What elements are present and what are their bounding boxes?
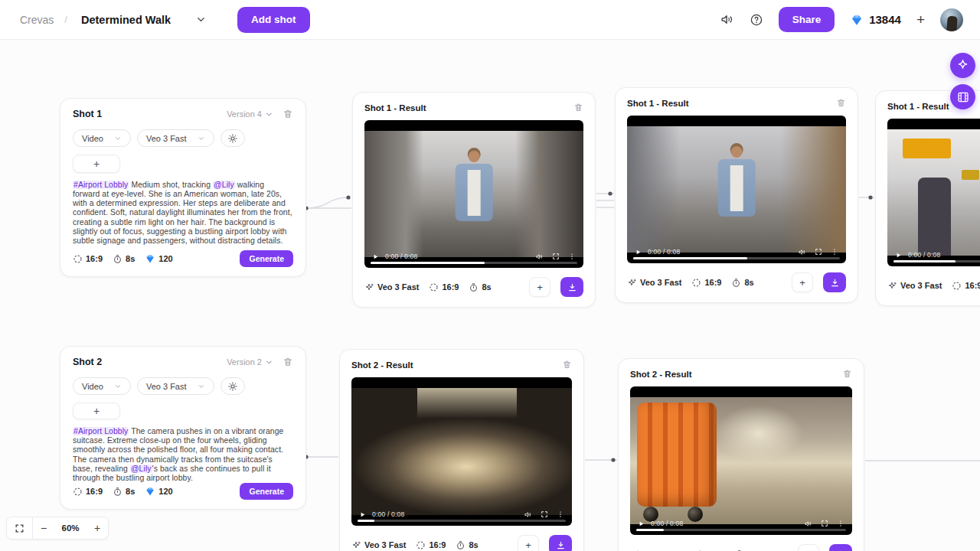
ai-sparkle-icon bbox=[627, 278, 637, 288]
download-button[interactable] bbox=[829, 544, 852, 551]
timeline-button[interactable] bbox=[950, 84, 975, 109]
breadcrumb-project[interactable]: Crevas bbox=[20, 14, 54, 26]
type-select[interactable]: Video bbox=[73, 129, 131, 147]
add-to-shot-button[interactable]: + bbox=[518, 535, 539, 551]
version-dropdown[interactable]: Version 2 bbox=[227, 357, 273, 367]
video-player[interactable]: 0:00 / 0:08 bbox=[627, 116, 846, 263]
video-player[interactable]: 0:00 / 0:08 bbox=[887, 119, 980, 266]
video-progress-bar[interactable] bbox=[358, 520, 566, 522]
shot-card-2: Shot 2 Version 2 Video Veo 3 Fast bbox=[60, 346, 306, 510]
ai-assistant-button[interactable] bbox=[950, 53, 975, 78]
more-options-icon[interactable] bbox=[557, 510, 564, 518]
more-options-icon[interactable] bbox=[831, 248, 838, 256]
fullscreen-icon[interactable] bbox=[815, 248, 822, 256]
video-time: 0:00 / 0:08 bbox=[372, 510, 404, 518]
play-icon[interactable] bbox=[895, 252, 902, 259]
timer-icon bbox=[113, 254, 122, 264]
chevron-down-icon bbox=[265, 110, 273, 119]
result-card-1: Shot 1 - Result 0:00 / 0:08 bbox=[352, 92, 596, 308]
add-credits-button[interactable]: + bbox=[916, 12, 925, 27]
fullscreen-icon[interactable] bbox=[552, 253, 560, 260]
volume-icon[interactable] bbox=[804, 520, 812, 528]
video-player[interactable]: 0:00 / 0:08 bbox=[630, 386, 852, 535]
fullscreen-icon[interactable] bbox=[821, 520, 828, 527]
avatar[interactable] bbox=[940, 8, 963, 31]
aspect-ratio-value: 16:9 bbox=[691, 278, 721, 288]
fullscreen-icon[interactable] bbox=[541, 510, 548, 518]
delete-result-button[interactable] bbox=[573, 103, 583, 112]
chevron-down-icon bbox=[198, 135, 205, 142]
video-progress-bar[interactable] bbox=[893, 260, 980, 262]
aspect-ratio-value: 16:9 bbox=[952, 281, 980, 291]
video-thumbnail bbox=[351, 388, 572, 515]
play-icon[interactable] bbox=[638, 520, 645, 527]
version-dropdown[interactable]: Version 4 bbox=[227, 109, 273, 119]
aspect-icon bbox=[691, 278, 701, 288]
video-progress-bar[interactable] bbox=[371, 262, 577, 264]
help-icon[interactable] bbox=[750, 13, 763, 27]
add-reference-button[interactable]: + bbox=[73, 155, 120, 173]
video-thumbnail bbox=[630, 397, 852, 524]
generate-button[interactable]: Generate bbox=[240, 483, 293, 500]
fit-view-button[interactable] bbox=[7, 517, 33, 539]
aspect-ratio-value: 16:9 bbox=[416, 540, 446, 550]
volume-icon[interactable] bbox=[524, 510, 532, 519]
video-progress-bar[interactable] bbox=[633, 257, 840, 259]
result-title: Shot 1 - Result bbox=[627, 99, 689, 108]
settings-button[interactable] bbox=[220, 129, 245, 147]
gem-icon bbox=[145, 253, 155, 264]
download-button[interactable] bbox=[823, 272, 846, 292]
add-to-shot-button[interactable]: + bbox=[529, 277, 550, 297]
download-button[interactable] bbox=[549, 535, 572, 551]
node-canvas[interactable]: Shot 1 Version 4 Video Veo 3 Fast bbox=[0, 0, 980, 551]
result-title: Shot 1 - Result bbox=[364, 103, 426, 112]
aspect-ratio-value: 16:9 bbox=[429, 282, 459, 292]
result-title: Shot 2 - Result bbox=[351, 360, 413, 370]
delete-result-button[interactable] bbox=[562, 360, 572, 370]
duration-value: 8s bbox=[113, 487, 135, 497]
add-shot-button[interactable]: Add shot bbox=[237, 7, 310, 33]
add-to-shot-button[interactable]: + bbox=[792, 272, 813, 292]
top-bar: Crevas / Determined Walk Add shot Share … bbox=[0, 0, 980, 40]
aspect-icon bbox=[429, 282, 439, 292]
download-button[interactable] bbox=[560, 277, 583, 297]
volume-icon[interactable] bbox=[535, 253, 544, 261]
play-icon[interactable] bbox=[635, 249, 642, 256]
project-title-chevron-icon[interactable] bbox=[195, 14, 207, 25]
chevron-down-icon bbox=[114, 383, 122, 390]
aspect-icon bbox=[73, 487, 83, 497]
ai-sparkle-icon bbox=[887, 281, 897, 291]
settings-button[interactable] bbox=[220, 377, 245, 395]
download-icon bbox=[556, 540, 566, 550]
more-options-icon[interactable] bbox=[568, 253, 576, 260]
delete-shot-button[interactable] bbox=[283, 109, 293, 119]
gear-icon bbox=[227, 381, 238, 392]
prompt-text[interactable]: #Airport Lobbly Medium shot, tracking @L… bbox=[73, 181, 293, 246]
model-select[interactable]: Veo 3 Fast bbox=[137, 377, 214, 395]
video-progress-bar[interactable] bbox=[636, 529, 846, 531]
video-player[interactable]: 0:00 / 0:08 bbox=[364, 120, 583, 268]
cost-value: 120 bbox=[145, 486, 172, 497]
delete-shot-button[interactable] bbox=[283, 357, 293, 367]
project-title[interactable]: Determined Walk bbox=[81, 14, 171, 26]
type-select[interactable]: Video bbox=[73, 377, 131, 395]
prompt-text[interactable]: #Airport Lobbly The camera pushes in on … bbox=[73, 427, 293, 483]
sound-icon[interactable] bbox=[720, 12, 734, 27]
timer-icon bbox=[456, 540, 466, 550]
delete-result-button[interactable] bbox=[836, 98, 846, 108]
volume-icon[interactable] bbox=[798, 248, 806, 256]
zoom-out-button[interactable]: − bbox=[33, 517, 54, 539]
model-select[interactable]: Veo 3 Fast bbox=[137, 129, 214, 147]
more-options-icon[interactable] bbox=[837, 520, 844, 527]
delete-result-button[interactable] bbox=[842, 369, 852, 379]
add-reference-button[interactable]: + bbox=[73, 403, 120, 419]
generate-button[interactable]: Generate bbox=[240, 250, 293, 267]
add-to-shot-button[interactable]: + bbox=[798, 544, 819, 551]
share-button[interactable]: Share bbox=[779, 7, 835, 32]
aspect-ratio-value: 16:9 bbox=[73, 254, 103, 264]
cost-value: 120 bbox=[145, 253, 172, 264]
video-player[interactable]: 0:00 / 0:08 bbox=[351, 377, 572, 526]
zoom-in-button[interactable]: + bbox=[87, 517, 108, 539]
play-icon[interactable] bbox=[372, 253, 379, 260]
play-icon[interactable] bbox=[359, 511, 366, 518]
